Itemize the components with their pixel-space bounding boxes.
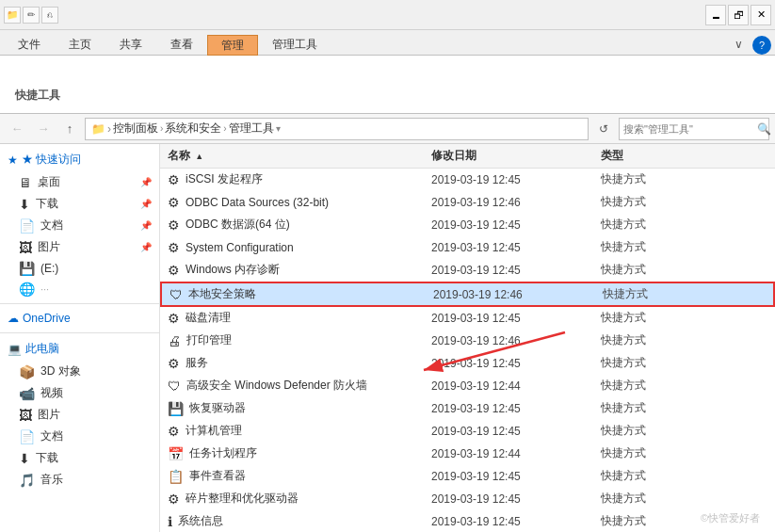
title-bar-icons: 📁 ✏ ⎌ [4, 7, 58, 24]
file-icon-eventviewer: 📋 [168, 469, 184, 484]
file-list-header: 名称 ▲ 修改日期 类型 [160, 144, 775, 169]
file-row-printmgmt[interactable]: 🖨 打印管理 2019-03-19 12:46 快捷方式 [160, 330, 775, 352]
pictures2-icon: 🖼 [19, 408, 32, 423]
sidebar-item-pictures[interactable]: 🖼 图片 📌 [0, 236, 159, 258]
tab-file[interactable]: 文件 [4, 34, 55, 55]
address-bar: ← → ↑ 📁 › 控制面板 › 系统和安全 › 管理工具 ▾ ↺ 🔍 [0, 114, 775, 144]
file-icon-defender: 🛡 [168, 379, 181, 394]
downloads2-icon: ⬇ [19, 451, 30, 466]
help-button[interactable]: ? [752, 36, 771, 55]
sidebar-header-thispc[interactable]: 💻 此电脑 [0, 337, 159, 361]
pin-icon: 📌 [140, 177, 152, 187]
minimize-button[interactable]: 🗕 [705, 5, 726, 25]
search-input[interactable] [623, 123, 753, 135]
file-row-defrag[interactable]: ⚙ 碎片整理和优化驱动器 2019-03-19 12:45 快捷方式 [160, 488, 775, 510]
file-icon-iscsi: ⚙ [168, 172, 180, 187]
tab-home[interactable]: 主页 [55, 34, 105, 55]
sidebar-item-downloads[interactable]: ⬇ 下载 📌 [0, 193, 159, 215]
file-icon-defrag: ⚙ [168, 492, 180, 507]
file-icon-odbc32: ⚙ [168, 195, 180, 210]
close-button[interactable]: ✕ [751, 5, 771, 25]
col-header-date[interactable]: 修改日期 [431, 148, 601, 164]
sidebar-item-desktop[interactable]: 🖥 桌面 📌 [0, 171, 159, 193]
cloud-icon: ☁ [8, 312, 19, 325]
search-box: 🔍 [619, 118, 769, 140]
col-header-name[interactable]: 名称 ▲ [168, 148, 431, 164]
music-icon: 🎵 [19, 473, 35, 488]
tab-view[interactable]: 查看 [156, 34, 207, 55]
file-row-localsecurity[interactable]: 🛡 本地安全策略 2019-03-19 12:46 快捷方式 [160, 282, 775, 307]
file-icon-printmgmt: 🖨 [168, 333, 181, 348]
breadcrumb-3[interactable]: 管理工具 [229, 121, 274, 137]
file-row-odbc32[interactable]: ⚙ ODBC Data Sources (32-bit) 2019-03-19 … [160, 191, 775, 214]
downloads-icon: ⬇ [19, 197, 30, 212]
file-row-sysinfo[interactable]: ℹ 系统信息 2019-03-19 12:45 快捷方式 [160, 510, 775, 532]
file-row-taskscheduler[interactable]: 📅 任务计划程序 2019-03-19 12:44 快捷方式 [160, 443, 775, 465]
file-icon-sysinfo: ℹ [168, 514, 172, 529]
sidebar-section-onedrive: ☁ OneDrive [0, 308, 159, 329]
file-icon-sysconfig: ⚙ [168, 240, 180, 255]
documents-icon: 📄 [19, 218, 35, 234]
ribbon-tabs: 文件 主页 共享 查看 管理 管理工具 ∨ ? [0, 30, 775, 55]
file-row-odbc64[interactable]: ⚙ ODBC 数据源(64 位) 2019-03-19 12:45 快捷方式 [160, 214, 775, 236]
back-button[interactable]: ← [6, 118, 28, 140]
pin-icon-3: 📌 [140, 220, 152, 231]
file-row-recovery[interactable]: 💾 恢复驱动器 2019-03-19 12:45 快捷方式 [160, 397, 775, 420]
up-button[interactable]: ↑ [58, 118, 81, 140]
address-path[interactable]: 📁 › 控制面板 › 系统和安全 › 管理工具 ▾ [85, 118, 589, 140]
search-icon[interactable]: 🔍 [757, 122, 771, 136]
sidebar-header-onedrive[interactable]: ☁ OneDrive [0, 308, 159, 329]
file-row-defender[interactable]: 🛡 高级安全 Windows Defender 防火墙 2019-03-19 1… [160, 375, 775, 397]
desktop-icon: 🖥 [19, 175, 32, 190]
file-row-computermgmt[interactable]: ⚙ 计算机管理 2019-03-19 12:45 快捷方式 [160, 420, 775, 443]
3d-icon: 📦 [19, 364, 35, 379]
sidebar-item-pictures2[interactable]: 🖼 图片 [0, 404, 159, 426]
documents2-icon: 📄 [19, 429, 35, 444]
breadcrumb-2[interactable]: 系统和安全 [165, 121, 221, 137]
sidebar-item-drive-e[interactable]: 💾 (E:) [0, 258, 159, 279]
path-icon: 📁 [91, 122, 105, 136]
file-icon-winmem: ⚙ [168, 263, 180, 278]
ribbon: 文件 主页 共享 查看 管理 管理工具 ∨ ? 快捷工具 [0, 30, 775, 114]
sidebar-item-3dobjects[interactable]: 📦 3D 对象 [0, 361, 159, 382]
file-icon-computermgmt: ⚙ [168, 424, 180, 439]
sidebar-item-music[interactable]: 🎵 音乐 [0, 469, 159, 491]
sidebar-item-documents2[interactable]: 📄 文档 [0, 426, 159, 447]
file-row-services[interactable]: ⚙ 服务 2019-03-19 12:45 快捷方式 [160, 352, 775, 375]
refresh-button[interactable]: ↺ [592, 118, 615, 140]
sort-arrow: ▲ [195, 152, 203, 161]
file-row-diskclean[interactable]: ⚙ 磁盘清理 2019-03-19 12:45 快捷方式 [160, 307, 775, 330]
sidebar-item-network[interactable]: 🌐 ··· [0, 279, 159, 299]
sidebar-section-thispc: 💻 此电脑 📦 3D 对象 📹 视频 🖼 图片 📄 文档 ⬇ 下载 [0, 337, 159, 491]
sidebar-section-quickaccess: ★ ★ 快速访问 🖥 桌面 📌 ⬇ 下载 📌 📄 文档 📌 🖼 图片 [0, 148, 159, 299]
drive-icon: 💾 [19, 261, 35, 276]
file-icon-taskscheduler: 📅 [168, 446, 184, 461]
breadcrumb-1[interactable]: 控制面板 [113, 121, 158, 137]
file-row-iscsi[interactable]: ⚙ iSCSI 发起程序 2019-03-19 12:45 快捷方式 [160, 169, 775, 191]
tab-manage[interactable]: 管理 [207, 35, 258, 56]
sidebar-header-quickaccess[interactable]: ★ ★ 快速访问 [0, 148, 159, 171]
file-row-sysconfig[interactable]: ⚙ System Configuration 2019-03-19 12:45 … [160, 236, 775, 259]
file-icon-services: ⚙ [168, 356, 180, 371]
tab-share[interactable]: 共享 [105, 34, 156, 55]
file-row-winmem[interactable]: ⚙ Windows 内存诊断 2019-03-19 12:45 快捷方式 [160, 259, 775, 282]
tab-tools[interactable]: 管理工具 [258, 34, 331, 55]
pictures-icon: 🖼 [19, 240, 32, 255]
ribbon-toolbar: 快捷工具 [0, 55, 775, 113]
file-icon-diskclean: ⚙ [168, 311, 180, 326]
network-icon: 🌐 [19, 282, 35, 297]
pc-icon: 💻 [8, 343, 22, 356]
maximize-button[interactable]: 🗗 [728, 5, 749, 25]
file-row-eventviewer[interactable]: 📋 事件查看器 2019-03-19 12:45 快捷方式 [160, 465, 775, 488]
col-header-type[interactable]: 类型 [601, 148, 767, 164]
star-icon: ★ [8, 153, 18, 167]
ribbon-collapse-button[interactable]: ∨ [729, 34, 749, 55]
active-tab-label: 快捷工具 [8, 86, 68, 105]
pin-icon-2: 📌 [140, 199, 152, 209]
folder-icon: 📁 [4, 7, 21, 24]
file-icon-odbc64: ⚙ [168, 218, 180, 233]
forward-button[interactable]: → [32, 118, 55, 140]
sidebar-item-downloads2[interactable]: ⬇ 下载 [0, 447, 159, 469]
sidebar-item-videos[interactable]: 📹 视频 [0, 382, 159, 404]
sidebar-item-documents[interactable]: 📄 文档 📌 [0, 215, 159, 236]
